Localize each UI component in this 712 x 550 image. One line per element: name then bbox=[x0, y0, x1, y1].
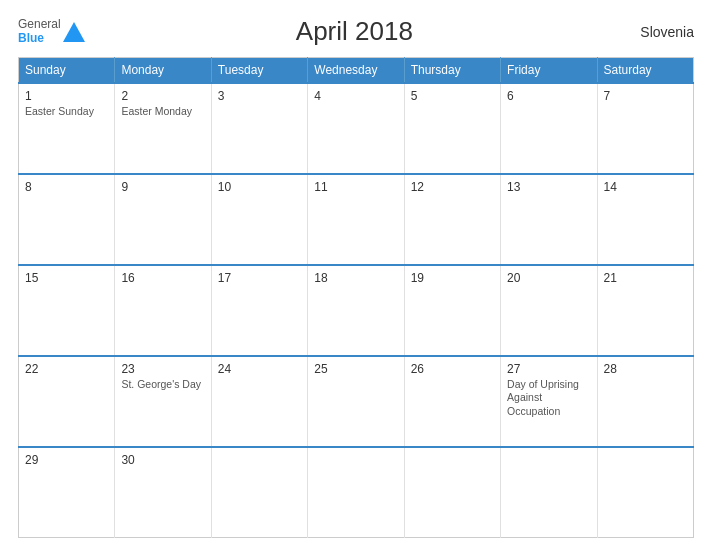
day-number: 12 bbox=[411, 180, 494, 194]
day-number: 15 bbox=[25, 271, 108, 285]
calendar-title: April 2018 bbox=[85, 16, 624, 47]
days-header-row: Sunday Monday Tuesday Wednesday Thursday… bbox=[19, 58, 694, 84]
day-number: 7 bbox=[604, 89, 687, 103]
calendar-cell: 26 bbox=[404, 356, 500, 447]
logo: General Blue bbox=[18, 18, 85, 44]
calendar-cell: 18 bbox=[308, 265, 404, 356]
calendar-cell: 1Easter Sunday bbox=[19, 83, 115, 174]
col-saturday: Saturday bbox=[597, 58, 693, 84]
logo-flag-icon bbox=[63, 21, 85, 43]
calendar-cell: 21 bbox=[597, 265, 693, 356]
calendar-week-row: 2223St. George's Day24252627Day of Upris… bbox=[19, 356, 694, 447]
day-number: 29 bbox=[25, 453, 108, 467]
day-number: 30 bbox=[121, 453, 204, 467]
day-number: 9 bbox=[121, 180, 204, 194]
calendar-cell: 22 bbox=[19, 356, 115, 447]
calendar-cell: 3 bbox=[211, 83, 307, 174]
calendar-cell bbox=[308, 447, 404, 538]
calendar-cell: 14 bbox=[597, 174, 693, 265]
calendar-cell: 10 bbox=[211, 174, 307, 265]
calendar-cell: 8 bbox=[19, 174, 115, 265]
calendar-cell: 5 bbox=[404, 83, 500, 174]
calendar-table: Sunday Monday Tuesday Wednesday Thursday… bbox=[18, 57, 694, 538]
calendar-cell: 28 bbox=[597, 356, 693, 447]
calendar-cell: 17 bbox=[211, 265, 307, 356]
col-thursday: Thursday bbox=[404, 58, 500, 84]
day-number: 18 bbox=[314, 271, 397, 285]
calendar-cell: 15 bbox=[19, 265, 115, 356]
calendar-week-row: 1Easter Sunday2Easter Monday34567 bbox=[19, 83, 694, 174]
holiday-label: St. George's Day bbox=[121, 378, 204, 392]
calendar-cell bbox=[501, 447, 597, 538]
calendar-week-row: 15161718192021 bbox=[19, 265, 694, 356]
day-number: 26 bbox=[411, 362, 494, 376]
day-number: 16 bbox=[121, 271, 204, 285]
col-friday: Friday bbox=[501, 58, 597, 84]
calendar-cell: 16 bbox=[115, 265, 211, 356]
col-tuesday: Tuesday bbox=[211, 58, 307, 84]
col-monday: Monday bbox=[115, 58, 211, 84]
day-number: 4 bbox=[314, 89, 397, 103]
calendar-week-row: 891011121314 bbox=[19, 174, 694, 265]
calendar-week-row: 2930 bbox=[19, 447, 694, 538]
country-label: Slovenia bbox=[624, 24, 694, 40]
calendar-cell: 24 bbox=[211, 356, 307, 447]
calendar-cell bbox=[597, 447, 693, 538]
day-number: 25 bbox=[314, 362, 397, 376]
day-number: 23 bbox=[121, 362, 204, 376]
calendar-cell: 30 bbox=[115, 447, 211, 538]
day-number: 14 bbox=[604, 180, 687, 194]
day-number: 22 bbox=[25, 362, 108, 376]
svg-marker-0 bbox=[63, 22, 85, 42]
day-number: 13 bbox=[507, 180, 590, 194]
calendar-cell: 12 bbox=[404, 174, 500, 265]
day-number: 11 bbox=[314, 180, 397, 194]
calendar-cell: 19 bbox=[404, 265, 500, 356]
day-number: 1 bbox=[25, 89, 108, 103]
calendar-cell: 23St. George's Day bbox=[115, 356, 211, 447]
day-number: 3 bbox=[218, 89, 301, 103]
holiday-label: Day of Uprising Against Occupation bbox=[507, 378, 590, 419]
day-number: 19 bbox=[411, 271, 494, 285]
holiday-label: Easter Sunday bbox=[25, 105, 108, 119]
calendar-cell: 20 bbox=[501, 265, 597, 356]
calendar-cell: 7 bbox=[597, 83, 693, 174]
logo-general-text: General bbox=[18, 18, 61, 31]
day-number: 10 bbox=[218, 180, 301, 194]
calendar-cell: 27Day of Uprising Against Occupation bbox=[501, 356, 597, 447]
calendar-body: 1Easter Sunday2Easter Monday345678910111… bbox=[19, 83, 694, 538]
day-number: 8 bbox=[25, 180, 108, 194]
day-number: 28 bbox=[604, 362, 687, 376]
day-number: 24 bbox=[218, 362, 301, 376]
day-number: 2 bbox=[121, 89, 204, 103]
logo-blue-text: Blue bbox=[18, 32, 61, 45]
col-wednesday: Wednesday bbox=[308, 58, 404, 84]
calendar-cell: 4 bbox=[308, 83, 404, 174]
calendar-cell: 29 bbox=[19, 447, 115, 538]
calendar-cell bbox=[404, 447, 500, 538]
holiday-label: Easter Monday bbox=[121, 105, 204, 119]
calendar-cell: 9 bbox=[115, 174, 211, 265]
day-number: 21 bbox=[604, 271, 687, 285]
col-sunday: Sunday bbox=[19, 58, 115, 84]
day-number: 27 bbox=[507, 362, 590, 376]
day-number: 17 bbox=[218, 271, 301, 285]
calendar-cell: 6 bbox=[501, 83, 597, 174]
calendar-header: Sunday Monday Tuesday Wednesday Thursday… bbox=[19, 58, 694, 84]
calendar-cell bbox=[211, 447, 307, 538]
day-number: 6 bbox=[507, 89, 590, 103]
calendar-cell: 2Easter Monday bbox=[115, 83, 211, 174]
day-number: 5 bbox=[411, 89, 494, 103]
calendar-page: General Blue April 2018 Slovenia Sunday … bbox=[0, 0, 712, 550]
day-number: 20 bbox=[507, 271, 590, 285]
header: General Blue April 2018 Slovenia bbox=[18, 16, 694, 47]
calendar-cell: 25 bbox=[308, 356, 404, 447]
calendar-cell: 13 bbox=[501, 174, 597, 265]
calendar-cell: 11 bbox=[308, 174, 404, 265]
